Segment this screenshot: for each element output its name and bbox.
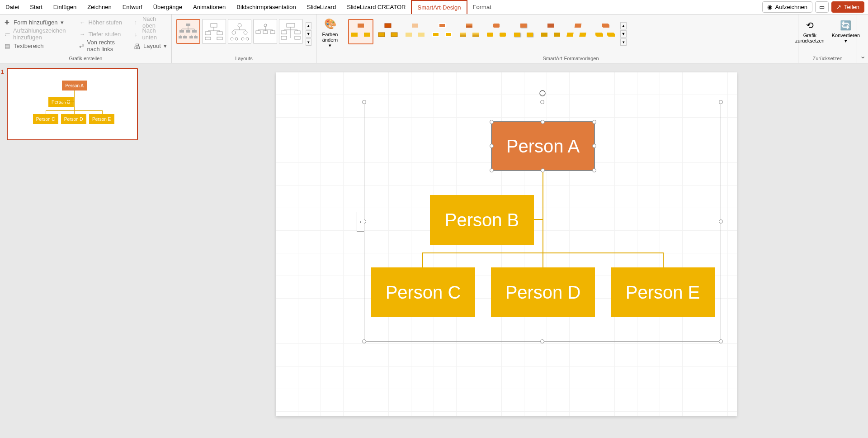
resize-handle[interactable]: [592, 144, 596, 148]
chevron-down-icon: ▾: [61, 19, 64, 26]
styles-scroll-down[interactable]: ▼: [620, 30, 627, 38]
style-option-6[interactable]: [484, 19, 509, 44]
style-option-8[interactable]: [538, 19, 563, 44]
layout-option-4[interactable]: [253, 19, 277, 44]
ribbon-group-reset: ⟲ Grafikzurücksetzen 🔄 Konvertieren▾ Zur…: [798, 14, 857, 63]
svg-rect-47: [520, 24, 527, 28]
resize-handle[interactable]: [362, 339, 366, 343]
smartart-selection-frame[interactable]: ‹ Person A: [364, 102, 721, 342]
svg-rect-29: [358, 24, 364, 28]
svg-point-14: [232, 31, 236, 34]
thumb-box-a: Person A: [62, 81, 87, 90]
connector: [663, 252, 664, 268]
svg-rect-27: [281, 36, 287, 39]
style-option-3[interactable]: [402, 19, 428, 44]
style-option-4[interactable]: [429, 19, 455, 44]
svg-rect-55: [579, 33, 586, 37]
share-button[interactable]: ↗ Teilen: [831, 1, 864, 13]
layout-option-2[interactable]: [202, 19, 226, 44]
svg-rect-21: [256, 31, 260, 33]
svg-rect-0: [186, 24, 190, 26]
tab-format[interactable]: Format: [467, 0, 497, 14]
demote-label: Tiefer stufen: [88, 31, 121, 38]
move-up-button: ↑ Nach oben: [134, 17, 167, 27]
resize-handle[interactable]: [540, 100, 544, 104]
reset-graphic-button[interactable]: ⟲ Grafikzurücksetzen: [795, 20, 825, 49]
tab-datei[interactable]: Datei: [0, 0, 24, 14]
tab-smartart-design[interactable]: SmartArt-Design: [411, 0, 467, 14]
layout-button[interactable]: 品 Layout ▾: [134, 41, 167, 51]
record-label: Aufzeichnen: [775, 4, 807, 10]
style-option-9[interactable]: [565, 19, 590, 44]
svg-rect-26: [295, 31, 300, 34]
textpane-toggle-tab[interactable]: ‹: [357, 212, 364, 232]
resize-handle[interactable]: [719, 219, 723, 224]
textpane-button[interactable]: ▤ Textbereich: [5, 41, 71, 51]
org-node-d[interactable]: Person D: [491, 267, 595, 317]
group-label-reset: Zurücksetzen: [798, 56, 857, 61]
org-node-e[interactable]: Person E: [611, 267, 715, 317]
slide-thumbnail-1[interactable]: Person A Person B Person C Person D Pers…: [7, 68, 138, 140]
record-button[interactable]: ◉ Aufzeichnen: [762, 1, 812, 13]
resize-handle[interactable]: [719, 100, 723, 104]
arrow-down-icon: ↓: [134, 31, 139, 37]
styles-scroll-up[interactable]: ▲: [620, 22, 627, 29]
tab-slidelizard[interactable]: SlideLizard: [302, 0, 341, 14]
style-option-2[interactable]: [375, 19, 401, 44]
svg-point-15: [244, 31, 247, 34]
resize-handle[interactable]: [490, 120, 494, 124]
tab-zeichnen[interactable]: Zeichnen: [82, 0, 117, 14]
slide-editor[interactable]: ‹ Person A: [145, 63, 868, 438]
layout-option-5[interactable]: [279, 19, 303, 44]
resize-handle[interactable]: [719, 339, 723, 343]
org-node-c[interactable]: Person C: [371, 267, 475, 317]
resize-handle[interactable]: [540, 339, 544, 343]
convert-button[interactable]: 🔄 Konvertieren▾: [832, 20, 860, 49]
org-node-a[interactable]: Person A: [491, 121, 595, 171]
palette-icon: 🎨: [324, 18, 336, 30]
svg-marker-57: [595, 33, 603, 37]
slide-canvas[interactable]: ‹ Person A: [276, 72, 737, 416]
ribbon-group-styles: ▲ ▼ ▾ SmartArt-Formatvorlagen: [344, 14, 798, 63]
tab-uebergaenge[interactable]: Übergänge: [148, 0, 188, 14]
svg-rect-30: [351, 33, 358, 37]
add-shape-button[interactable]: ✚ Form hinzufügen ▾: [5, 17, 71, 27]
tab-entwurf[interactable]: Entwurf: [117, 0, 148, 14]
tab-einfuegen[interactable]: Einfügen: [48, 0, 82, 14]
add-shape-label: Form hinzufügen: [14, 19, 58, 26]
resize-handle[interactable]: [541, 168, 545, 172]
tab-bildschirmpraesentation[interactable]: Bildschirmpräsentation: [231, 0, 302, 14]
resize-handle[interactable]: [592, 168, 596, 172]
style-option-5[interactable]: [457, 19, 482, 44]
org-node-b[interactable]: Person B: [430, 195, 534, 245]
style-option-1[interactable]: [348, 19, 373, 44]
move-down-label: Nach unten: [142, 27, 167, 41]
present-button[interactable]: ▭: [815, 1, 829, 13]
resize-handle[interactable]: [541, 120, 545, 124]
rtl-button[interactable]: ⇄ Von rechts nach links: [79, 41, 126, 51]
share-label: Teilen: [844, 4, 859, 10]
layouts-scroll-up[interactable]: ▲: [306, 22, 311, 29]
svg-marker-56: [602, 24, 609, 28]
resize-handle[interactable]: [490, 168, 494, 172]
textpane-icon: ▤: [5, 43, 11, 49]
layouts-more[interactable]: ▾: [306, 38, 311, 46]
resize-handle[interactable]: [490, 144, 494, 148]
tab-start[interactable]: Start: [24, 0, 47, 14]
connector: [422, 252, 423, 268]
tab-animationen[interactable]: Animationen: [188, 0, 231, 14]
rotate-handle[interactable]: [539, 90, 546, 97]
styles-more[interactable]: ▾: [620, 38, 627, 46]
tab-slidelizard-creator[interactable]: SlideLizard CREATOR: [341, 0, 411, 14]
rtl-label: Von rechts nach links: [87, 39, 126, 52]
style-option-10[interactable]: [592, 19, 618, 44]
layout-option-3[interactable]: [228, 19, 252, 44]
resize-handle[interactable]: [592, 120, 596, 124]
style-option-7[interactable]: [511, 19, 536, 44]
resize-handle[interactable]: [362, 100, 366, 104]
thumb-box-c: Person C: [33, 114, 58, 124]
change-colors-button[interactable]: 🎨 Farbenändern ▾: [321, 18, 339, 48]
group-label-styles: SmartArt-Formatvorlagen: [344, 56, 798, 61]
layouts-scroll-down[interactable]: ▼: [306, 30, 311, 38]
layout-option-1[interactable]: [176, 19, 200, 44]
